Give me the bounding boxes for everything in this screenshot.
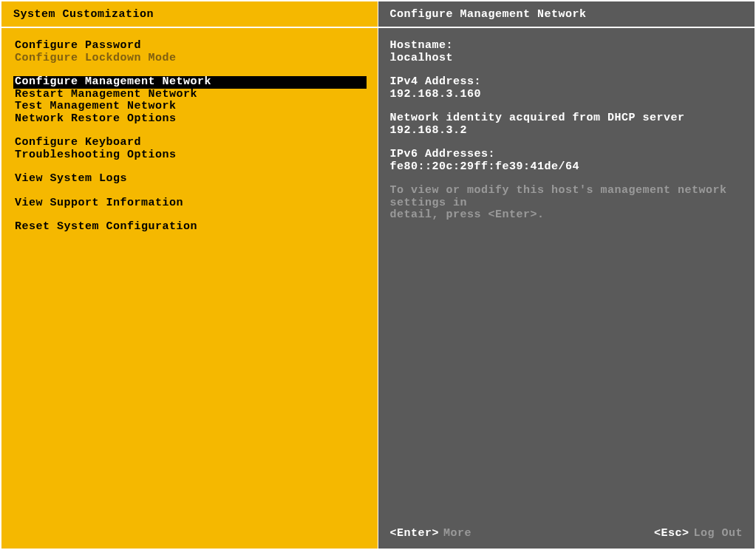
menu-item-configure-keyboard[interactable]: Configure Keyboard — [13, 137, 366, 149]
menu-item-network-restore-options[interactable]: Network Restore Options — [13, 113, 366, 126]
hostname-block: Hostname: localhost — [390, 40, 743, 64]
left-panel-header: System Customization — [1, 1, 378, 28]
esc-action-label: Log Out — [693, 527, 743, 540]
footer-bar: <Enter> More <Esc> Log Out — [378, 517, 755, 549]
hostname-label: Hostname: — [390, 40, 743, 52]
menu-item-view-support-information[interactable]: View Support Information — [13, 197, 366, 210]
ipv6-label: IPv6 Addresses: — [390, 149, 743, 161]
ipv6-value: fe80::20c:29ff:fe39:41de/64 — [390, 161, 743, 174]
menu-group: Reset System Configuration — [13, 221, 366, 234]
menu-group: View System Logs — [13, 173, 366, 186]
help-line-1: To view or modify this host's management… — [390, 185, 743, 209]
menu-item-troubleshooting-options[interactable]: Troubleshooting Options — [13, 149, 366, 162]
menu-list: Configure PasswordConfigure Lockdown Mod… — [1, 28, 378, 549]
detail-pane: Hostname: localhost IPv4 Address: 192.16… — [378, 28, 755, 517]
left-panel: System Customization Configure PasswordC… — [1, 1, 378, 549]
ipv4-value: 192.168.3.160 — [390, 89, 743, 101]
ipv4-label: IPv4 Address: — [390, 76, 743, 89]
menu-group: View Support Information — [13, 197, 366, 210]
esc-key-label: <Esc> — [654, 527, 689, 540]
enter-key-label: <Enter> — [390, 527, 440, 540]
menu-item-test-management-network[interactable]: Test Management Network — [13, 101, 366, 113]
right-panel: Configure Management Network Hostname: l… — [378, 1, 755, 549]
enter-hint[interactable]: <Enter> More — [390, 527, 472, 540]
menu-item-view-system-logs[interactable]: View System Logs — [13, 173, 366, 186]
main-container: System Customization Configure PasswordC… — [0, 0, 756, 550]
help-text: To view or modify this host's management… — [390, 185, 743, 222]
menu-group: Configure PasswordConfigure Lockdown Mod… — [13, 40, 366, 64]
enter-action-label: More — [443, 527, 471, 540]
menu-group: Configure KeyboardTroubleshooting Option… — [13, 137, 366, 161]
right-panel-header: Configure Management Network — [378, 1, 755, 28]
menu-item-restart-management-network[interactable]: Restart Management Network — [13, 89, 366, 101]
menu-item-configure-management-network[interactable]: Configure Management Network — [13, 76, 367, 89]
left-panel-title: System Customization — [13, 8, 154, 21]
menu-group: Configure Management NetworkRestart Mana… — [13, 76, 366, 125]
hostname-value: localhost — [390, 52, 743, 65]
dhcp-note: Network identity acquired from DHCP serv… — [390, 112, 743, 137]
right-panel-title: Configure Management Network — [390, 8, 587, 21]
ipv6-block: IPv6 Addresses: fe80::20c:29ff:fe39:41de… — [390, 149, 743, 173]
esc-hint[interactable]: <Esc> Log Out — [654, 527, 743, 540]
menu-item-reset-system-configuration[interactable]: Reset System Configuration — [13, 221, 366, 234]
menu-item-configure-lockdown-mode: Configure Lockdown Mode — [13, 52, 366, 65]
dhcp-note-block: Network identity acquired from DHCP serv… — [390, 112, 743, 137]
help-line-2: detail, press <Enter>. — [390, 209, 743, 222]
menu-item-configure-password[interactable]: Configure Password — [13, 40, 366, 52]
ipv4-block: IPv4 Address: 192.168.3.160 — [390, 76, 743, 101]
